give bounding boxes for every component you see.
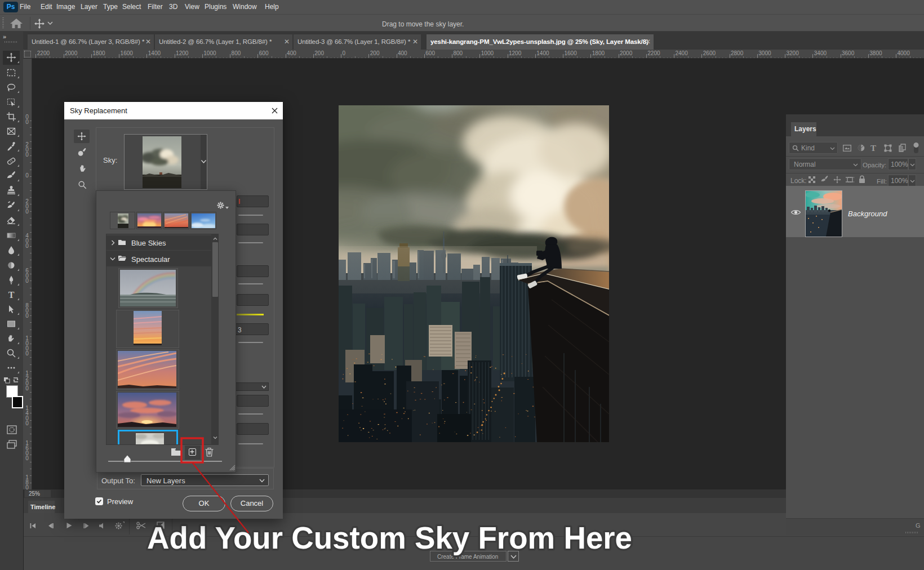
svg-text:T: T bbox=[8, 290, 15, 300]
svg-text:Add Your Custom Sky From Here: Add Your Custom Sky From Here bbox=[147, 520, 632, 555]
